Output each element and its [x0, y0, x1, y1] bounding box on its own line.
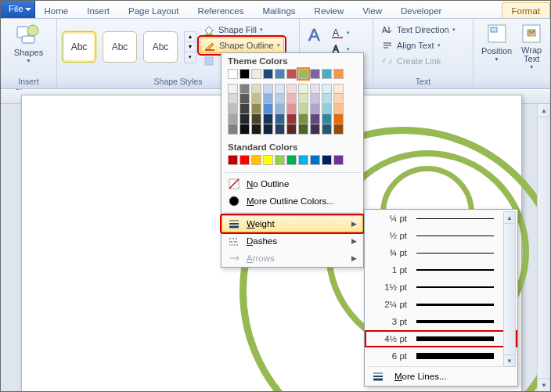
- standard-color-swatch[interactable]: [333, 155, 344, 165]
- shade-swatch[interactable]: [333, 94, 344, 104]
- tab-page-layout[interactable]: Page Layout: [119, 3, 189, 18]
- shape-style-3[interactable]: Abc: [143, 31, 178, 63]
- shade-swatch[interactable]: [298, 124, 308, 135]
- tab-references[interactable]: References: [189, 3, 254, 18]
- shade-swatch[interactable]: [333, 104, 344, 114]
- theme-color-swatch[interactable]: [310, 69, 320, 79]
- shade-swatch[interactable]: [333, 114, 344, 124]
- theme-color-swatch[interactable]: [298, 69, 308, 79]
- scroll-up[interactable]: ▲: [504, 212, 515, 224]
- shade-swatch[interactable]: [239, 114, 250, 124]
- weight-option[interactable]: 4½ pt: [365, 330, 517, 347]
- shade-swatch[interactable]: [286, 104, 297, 114]
- shade-swatch[interactable]: [239, 84, 250, 94]
- dashes-item[interactable]: Dashes ▶: [221, 232, 363, 250]
- shade-swatch[interactable]: [322, 94, 332, 104]
- shape-style-2[interactable]: Abc: [103, 31, 137, 63]
- standard-color-swatch[interactable]: [298, 155, 308, 165]
- shade-swatch[interactable]: [275, 114, 285, 124]
- tab-mailings[interactable]: Mailings: [253, 3, 304, 18]
- gallery-down[interactable]: ▼: [185, 42, 196, 52]
- shade-swatch[interactable]: [298, 94, 308, 104]
- weight-option[interactable]: 1 pt: [365, 261, 517, 279]
- shade-swatch[interactable]: [239, 104, 250, 114]
- standard-color-swatch[interactable]: [263, 155, 273, 165]
- shade-swatch[interactable]: [251, 114, 261, 124]
- theme-color-swatch[interactable]: [322, 69, 332, 79]
- shade-swatch[interactable]: [310, 84, 320, 94]
- gallery-up[interactable]: ▲: [185, 32, 196, 42]
- shade-swatch[interactable]: [286, 94, 297, 104]
- tab-home[interactable]: Home: [35, 3, 78, 18]
- tab-view[interactable]: View: [353, 3, 391, 18]
- shade-swatch[interactable]: [298, 104, 308, 114]
- wrap-text-button[interactable]: 🐕 Wrap Text▼: [517, 20, 546, 70]
- shade-swatch[interactable]: [275, 124, 285, 135]
- more-lines-item[interactable]: More Lines...: [365, 367, 517, 386]
- weight-option[interactable]: 1½ pt: [365, 279, 517, 296]
- tab-review[interactable]: Review: [305, 3, 354, 18]
- shade-swatch[interactable]: [263, 124, 273, 135]
- standard-color-swatch[interactable]: [239, 155, 250, 165]
- shade-swatch[interactable]: [228, 94, 238, 104]
- weight-option[interactable]: 6 pt: [365, 347, 517, 365]
- shade-swatch[interactable]: [275, 104, 285, 114]
- text-fill-button[interactable]: A▾: [328, 25, 353, 41]
- arrows-item[interactable]: Arrows ▶: [221, 250, 363, 267]
- submenu-scrollbar[interactable]: ▲ ▼: [503, 211, 516, 367]
- shade-swatch[interactable]: [251, 84, 261, 94]
- shade-swatch[interactable]: [263, 94, 273, 104]
- shape-fill-button[interactable]: Shape Fill ▾: [200, 22, 284, 38]
- standard-color-swatch[interactable]: [228, 155, 238, 165]
- shade-swatch[interactable]: [275, 94, 285, 104]
- standard-color-swatch[interactable]: [275, 155, 285, 165]
- scroll-down[interactable]: ▼: [504, 354, 515, 366]
- weight-option[interactable]: ½ pt: [365, 227, 517, 244]
- position-button[interactable]: Position▼: [478, 20, 515, 70]
- shade-swatch[interactable]: [263, 84, 273, 94]
- standard-color-swatch[interactable]: [286, 155, 297, 165]
- tab-file[interactable]: File: [1, 0, 35, 18]
- shade-swatch[interactable]: [228, 124, 238, 135]
- weight-item[interactable]: Weight ▶: [221, 215, 363, 232]
- tab-insert[interactable]: Insert: [77, 3, 119, 18]
- weight-option[interactable]: ¾ pt: [365, 244, 517, 261]
- shape-style-1[interactable]: Abc: [62, 31, 96, 63]
- shade-swatch[interactable]: [251, 94, 261, 104]
- text-direction-button[interactable]: AText Direction▾: [378, 22, 468, 38]
- shape-style-gallery[interactable]: Abc Abc Abc ▲ ▼ ▾: [62, 20, 196, 69]
- more-outline-colors-item[interactable]: More Outline Colors...: [221, 192, 363, 210]
- standard-color-swatch[interactable]: [322, 155, 332, 165]
- shade-swatch[interactable]: [239, 124, 250, 135]
- theme-color-swatch[interactable]: [286, 69, 297, 79]
- shade-swatch[interactable]: [239, 94, 250, 104]
- theme-color-swatch[interactable]: [239, 69, 250, 79]
- standard-color-swatch[interactable]: [310, 155, 320, 165]
- shade-swatch[interactable]: [333, 84, 344, 94]
- theme-color-swatch[interactable]: [333, 69, 344, 79]
- weight-option[interactable]: 3 pt: [365, 313, 517, 330]
- shade-swatch[interactable]: [298, 84, 308, 94]
- scroll-down[interactable]: ▼: [538, 378, 550, 391]
- shade-swatch[interactable]: [322, 124, 332, 135]
- standard-color-swatch[interactable]: [251, 155, 261, 165]
- shade-swatch[interactable]: [251, 124, 261, 135]
- theme-color-swatch[interactable]: [263, 69, 273, 79]
- shade-swatch[interactable]: [322, 114, 332, 124]
- theme-color-swatch[interactable]: [228, 69, 238, 79]
- shape-outline-button[interactable]: Shape Outline ▾: [200, 38, 284, 53]
- shade-swatch[interactable]: [310, 104, 320, 114]
- shade-swatch[interactable]: [322, 104, 332, 114]
- shade-swatch[interactable]: [286, 84, 297, 94]
- shade-swatch[interactable]: [263, 104, 273, 114]
- tab-developer[interactable]: Developer: [391, 3, 451, 18]
- theme-color-swatch[interactable]: [251, 69, 261, 79]
- shade-swatch[interactable]: [286, 114, 297, 124]
- shade-swatch[interactable]: [251, 104, 261, 114]
- shade-swatch[interactable]: [310, 124, 320, 135]
- no-outline-item[interactable]: No Outline: [221, 175, 363, 192]
- shade-swatch[interactable]: [286, 124, 297, 135]
- gallery-more[interactable]: ▾: [185, 52, 196, 63]
- shade-swatch[interactable]: [228, 84, 238, 94]
- tab-format[interactable]: Format: [502, 2, 550, 18]
